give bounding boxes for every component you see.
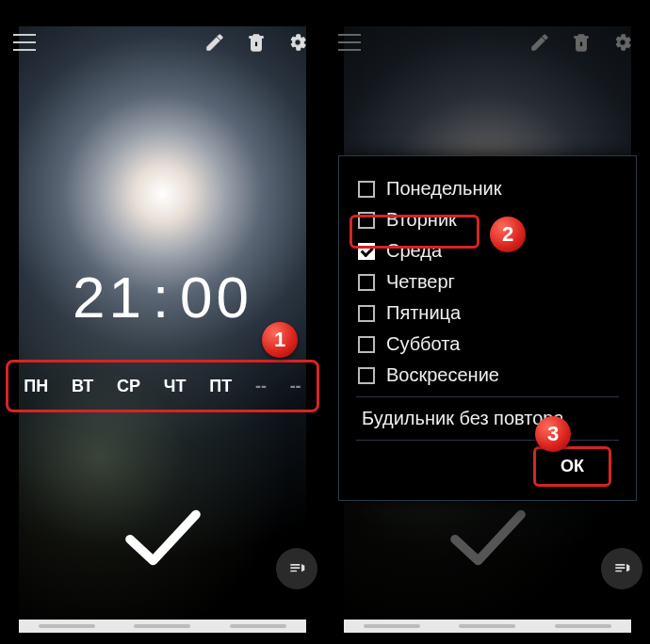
day-wed[interactable]: СР <box>117 377 140 396</box>
day-mon[interactable]: ПН <box>24 377 48 396</box>
divider <box>356 396 619 397</box>
clock-minutes: 00 <box>180 265 252 330</box>
edit-icon[interactable] <box>201 28 229 56</box>
day-fri[interactable]: ПТ <box>209 377 232 396</box>
day-sun[interactable]: -- <box>290 377 301 396</box>
checkbox-icon[interactable] <box>358 336 375 353</box>
svg-rect-1 <box>580 41 583 47</box>
confirm-check-icon <box>446 505 530 571</box>
delete-icon[interactable] <box>242 28 270 56</box>
day-option-wed[interactable]: Среда <box>356 235 619 266</box>
days-dialog: Понедельник Вторник Среда Четверг Пятниц… <box>338 155 637 501</box>
checkbox-icon[interactable] <box>358 274 375 291</box>
edit-icon <box>526 28 554 56</box>
settings-icon <box>609 28 637 56</box>
clock-hours: 21 <box>73 265 145 330</box>
no-repeat-option[interactable]: Будильник без повтора <box>356 403 619 434</box>
day-option-sat[interactable]: Суббота <box>356 329 619 360</box>
confirm-check-icon[interactable] <box>121 505 205 571</box>
svg-rect-0 <box>255 41 258 47</box>
checkbox-checked-icon[interactable] <box>358 243 375 260</box>
day-option-mon[interactable]: Понедельник <box>356 173 619 204</box>
delete-icon <box>567 28 595 56</box>
day-thu[interactable]: ЧТ <box>164 377 187 396</box>
divider <box>356 440 619 441</box>
ok-button[interactable]: ОК <box>533 446 611 487</box>
day-option-tue[interactable]: Вторник <box>356 204 619 235</box>
android-navbar <box>19 620 306 633</box>
settings-icon[interactable] <box>284 28 312 56</box>
day-option-fri[interactable]: Пятница <box>356 298 619 329</box>
checkbox-icon[interactable] <box>358 305 375 322</box>
checkbox-icon[interactable] <box>358 212 375 229</box>
checkbox-icon[interactable] <box>358 181 375 198</box>
alarm-time[interactable]: 21:00 <box>0 264 325 330</box>
day-option-sun[interactable]: Воскресение <box>356 360 619 391</box>
menu-icon <box>338 34 361 51</box>
day-option-thu[interactable]: Четверг <box>356 266 619 298</box>
day-sat[interactable]: -- <box>255 377 267 396</box>
sound-fab-icon <box>601 548 642 589</box>
days-repeat-bar[interactable]: ПН ВТ СР ЧТ ПТ -- -- <box>6 360 319 412</box>
checkbox-icon[interactable] <box>358 367 375 384</box>
menu-icon[interactable] <box>13 34 36 51</box>
day-tue[interactable]: ВТ <box>72 377 93 396</box>
android-navbar <box>344 620 631 633</box>
sound-fab-icon[interactable] <box>276 548 317 589</box>
